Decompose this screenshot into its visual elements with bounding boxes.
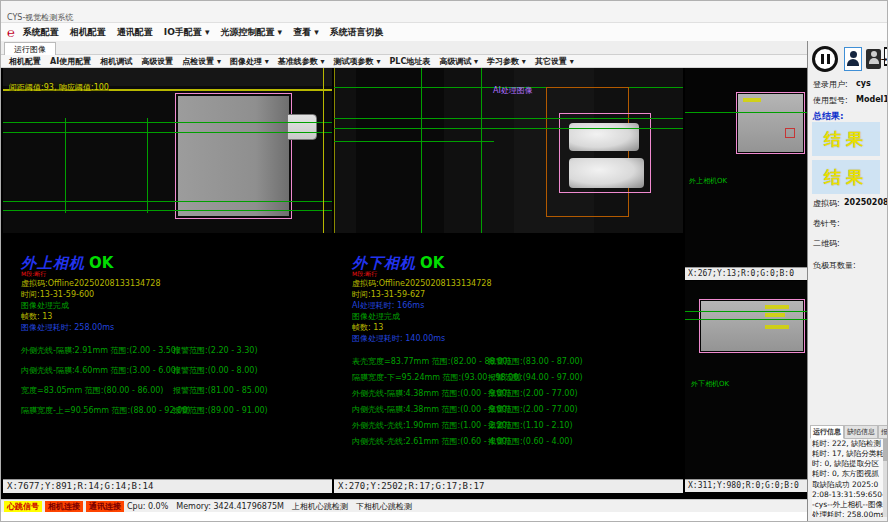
overlay-text-mark xyxy=(765,325,789,329)
menu-light-config[interactable]: 光源控制配置 ▾ xyxy=(220,26,282,39)
tab-count-label: 负极耳数量: xyxy=(813,260,856,271)
menu-view[interactable]: 查看 ▾ xyxy=(293,26,319,39)
overlay-roi-pink-rect xyxy=(559,113,651,193)
tab-alarm-info[interactable]: 报警信息 xyxy=(878,425,888,439)
overlay-measure-vline xyxy=(481,68,482,233)
tool-spot-check[interactable]: 点检设置 ▾ xyxy=(182,56,221,67)
camera-image-outer-lower[interactable]: AI处理图像 xyxy=(334,68,683,233)
menu-system-config[interactable]: 系统配置 xyxy=(23,26,59,39)
overlay-measure-vline xyxy=(147,118,148,213)
overlay-measure-line xyxy=(3,201,332,202)
thumbnail-outer-lower[interactable]: 外下相机OK xyxy=(685,281,807,479)
user-mode-button-selected[interactable] xyxy=(844,47,862,71)
login-user-value: cys xyxy=(856,79,871,88)
overlay-measure-line xyxy=(685,319,807,320)
overlay-measure-vline xyxy=(421,68,422,233)
result-box-lower: 结果 xyxy=(812,160,880,194)
logout-button[interactable]: → xyxy=(884,47,888,66)
sidebar: → 登录用户: cys 使用型号: Model1 总结果: 结果 结果 虚拟码:… xyxy=(807,41,888,522)
thumbnail-status-label: 外下相机OK xyxy=(691,379,729,389)
measurement-alarm-range: 报警范围:(81.00 - 85.00) xyxy=(173,385,268,405)
statusbar: 心跳信号 相机连接 通讯连接 Cpu: 0.0% Memory: 3424.41… xyxy=(1,499,807,512)
image-texture-band xyxy=(356,68,444,233)
model-label: 使用型号: xyxy=(813,95,848,106)
camera-info-block: 外上相机OK M段:断行 虚拟码:Offline2025020813313472… xyxy=(21,253,321,425)
measurement-alarm-range: 报警范围:(2.20 - 3.30) xyxy=(173,345,258,365)
frame-count-text: 帧数: 13 xyxy=(352,322,652,333)
measurement-row: 隔膜宽度-上=90.56mm 范围:(88.00 - 92.00) 报警范围:(… xyxy=(21,405,321,425)
tool-camera-config[interactable]: 相机配置 xyxy=(9,56,41,67)
status-ok: OK xyxy=(420,254,444,272)
pause-button[interactable] xyxy=(812,46,838,72)
tabstrip: 运行图像 xyxy=(1,41,807,55)
measurement-row: 内侧壳线-壳线:2.61mm 范围:(0.60 - 4.00) 报警范围:(0.… xyxy=(352,436,652,452)
barcode-text: 虚拟码:Offline20250208133134728 xyxy=(21,278,321,289)
app-logo-icon: ℮ xyxy=(7,26,15,39)
admin-mode-button[interactable] xyxy=(866,49,881,69)
menu-camera-config[interactable]: 相机配置 xyxy=(70,26,106,39)
process-time-text: 图像处理耗时: 140.00ms xyxy=(352,333,652,344)
overlay-roi-pink-rect xyxy=(699,299,805,353)
measurement-row: 外侧壳线-壳线:1.90mm 范围:(1.00 - 2.20) 报警范围:(1.… xyxy=(352,420,652,436)
overlay-measure-line xyxy=(334,141,494,142)
tool-learning-params[interactable]: 学习参数 ▾ xyxy=(487,56,526,67)
app-window: CYS-视觉检测系统 ℮ 系统配置 相机配置 通讯配置 IO手配置 ▾ 光源控制… xyxy=(0,0,888,522)
measurement-text: 外侧壳线-隔膜:2.91mm 范围:(2.00 - 3.50) xyxy=(21,345,173,365)
menubar: ℮ 系统配置 相机配置 通讯配置 IO手配置 ▾ 光源控制配置 ▾ 查看 ▾ 系… xyxy=(1,23,888,41)
login-user-label: 登录用户: xyxy=(813,79,848,90)
measurement-text: 外侧壳线-壳线:1.90mm 范围:(1.00 - 2.20) xyxy=(352,420,488,436)
comm-link-status-badge: 通讯连接 xyxy=(86,501,124,512)
measurement-text: 隔膜宽度-上=90.56mm 范围:(88.00 - 92.00) xyxy=(21,405,173,425)
camera-image-outer-upper[interactable]: 间距阈值:93, 响应阈值:100 xyxy=(3,68,332,233)
measurement-row: 宽度=83.05mm 范围:(80.00 - 86.00) 报警范围:(81.0… xyxy=(21,385,321,405)
pixel-coordinate-readout: X:7677;Y:891;R:14;G:14;B:14 xyxy=(3,479,332,493)
menu-language-switch[interactable]: 系统语言切换 xyxy=(330,26,384,39)
measurement-alarm-range: 报警范围:(2.00 - 77.00) xyxy=(488,404,578,420)
tool-camera-debug[interactable]: 相机调试 xyxy=(100,56,132,67)
overlay-measure-line xyxy=(334,128,683,129)
camera-link-status-badge: 相机连接 xyxy=(45,501,83,512)
info-tabs: 运行信息 缺陷信息 报警信息 xyxy=(810,425,888,439)
tool-test-params[interactable]: 测试项参数 ▾ xyxy=(334,56,381,67)
scrollbar-thumb[interactable] xyxy=(883,439,888,461)
measurement-text: 隔膜宽度-下=95.24mm 范围:(93.00 - 98.00) xyxy=(352,372,488,388)
window-title: CYS-视觉检测系统 xyxy=(7,12,73,23)
measurement-row: 外侧壳线-隔膜:2.91mm 范围:(2.00 - 3.50) 报警范围:(2.… xyxy=(21,345,321,365)
measurement-row: 表壳宽度=83.77mm 范围:(82.00 - 88.00) 报警范围:(83… xyxy=(352,356,652,372)
qr-code-label: 二维码: xyxy=(813,238,840,249)
overlay-text-mark xyxy=(743,98,761,102)
menu-comm-config[interactable]: 通讯配置 xyxy=(117,26,153,39)
measurement-text: 外侧壳线-隔膜:4.38mm 范围:(0.00 - 9.00) xyxy=(352,388,488,404)
tool-baseline-params[interactable]: 基准线参数 ▾ xyxy=(278,56,325,67)
log-scrollbar[interactable] xyxy=(883,439,888,517)
tool-ai-usage-config[interactable]: AI使用配置 xyxy=(50,56,91,67)
status-ok: OK xyxy=(89,254,113,272)
winding-pin-label: 卷针号: xyxy=(813,218,840,229)
tool-advanced-debug[interactable]: 高级调试 ▾ xyxy=(439,56,478,67)
measurement-alarm-range: 报警范围:(2.00 - 77.00) xyxy=(488,388,578,404)
tab-run-info[interactable]: 运行信息 xyxy=(810,425,844,439)
measurement-list: 外侧壳线-隔膜:2.91mm 范围:(2.00 - 3.50) 报警范围:(2.… xyxy=(21,345,321,425)
menu-io-config[interactable]: IO手配置 ▾ xyxy=(164,26,210,39)
frame-count-text: 帧数: 13 xyxy=(21,311,321,322)
measurement-alarm-range: 报警范围:(0.00 - 8.00) xyxy=(173,365,258,385)
overlay-measure-line xyxy=(685,112,807,113)
measurement-alarm-range: 报警范围:(1.10 - 2.10) xyxy=(488,420,573,436)
image-overlay-text: 间距阈值:93, 响应阈值:100 xyxy=(9,82,109,93)
camera-panel-outer-upper: 间距阈值:93, 响应阈值:100 外上相机OK M段:断行 虚拟码:Offli… xyxy=(3,68,332,499)
model-value: Model1 xyxy=(856,95,888,104)
pixel-coordinate-readout: X:267;Y:13;R:0;G:0;B:0 xyxy=(685,267,807,280)
tool-plc-address[interactable]: PLC地址表 xyxy=(389,56,430,67)
tool-advanced-settings[interactable]: 高级设置 xyxy=(141,56,173,67)
overlay-measure-vline xyxy=(65,118,66,213)
thumbnail-outer-upper[interactable]: 外上相机OK xyxy=(685,68,807,267)
tool-other-settings[interactable]: 其它设置 ▾ xyxy=(535,56,574,67)
tab-defect-info[interactable]: 缺陷信息 xyxy=(844,425,878,439)
overlay-red-rect xyxy=(785,128,795,138)
exit-arrow-icon: → xyxy=(881,55,888,64)
tool-image-processing[interactable]: 图像处理 ▾ xyxy=(230,56,269,67)
result-box-upper: 结果 xyxy=(812,122,880,156)
barcode-text: 虚拟码:Offline20250208133134728 xyxy=(352,278,652,289)
memory-usage-text: Memory: 3424.41796875M xyxy=(176,502,284,511)
measurement-alarm-range: 报警范围:(94.00 - 97.00) xyxy=(488,372,583,388)
